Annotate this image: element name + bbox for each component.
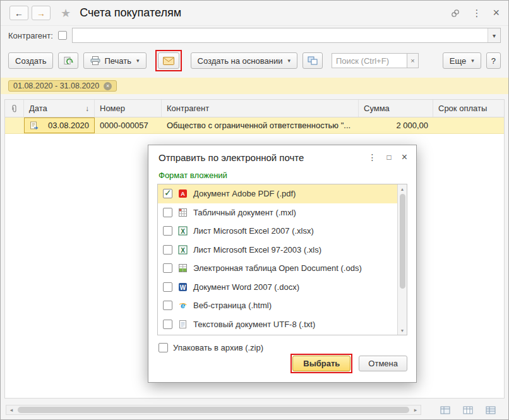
- search-clear-button[interactable]: ×: [407, 53, 419, 68]
- format-label: Табличный документ (.mxl): [193, 208, 296, 217]
- back-button[interactable]: ←: [9, 6, 28, 20]
- select-button[interactable]: Выбрать: [292, 356, 350, 371]
- scroll-up-button[interactable]: ▴: [398, 184, 407, 193]
- format-checkbox[interactable]: [163, 263, 172, 273]
- favorite-star-icon[interactable]: ★: [61, 6, 71, 20]
- column-header-attachments[interactable]: [5, 100, 24, 117]
- cancel-button[interactable]: Отмена: [359, 356, 407, 371]
- horizontal-scrollbar[interactable]: ◂ ▸: [6, 405, 421, 415]
- format-option-html[interactable]: e Веб-страница (.html): [158, 296, 397, 315]
- row-counterparty-cell[interactable]: Общество с ограниченной ответственностью…: [162, 117, 359, 133]
- send-email-button[interactable]: [158, 52, 179, 69]
- footer-table-button-2[interactable]: [460, 404, 476, 416]
- cancel-button-label: Отмена: [368, 359, 398, 368]
- dialog-menu-button[interactable]: ⋮: [368, 152, 376, 162]
- dialog-buttons: Выбрать Отмена: [290, 354, 407, 373]
- window-close-button[interactable]: ×: [493, 6, 500, 20]
- format-checkbox[interactable]: [163, 245, 172, 255]
- scroll-left-button[interactable]: ◂: [6, 405, 16, 414]
- format-checkbox[interactable]: [163, 208, 172, 217]
- counterparty-combobox[interactable]: ▾: [72, 28, 501, 43]
- footer-table-button-3[interactable]: [483, 404, 498, 416]
- format-option-pdf[interactable]: A Документ Adobe PDF (.pdf): [158, 184, 397, 203]
- more-button[interactable]: Еще ▾: [443, 52, 481, 69]
- excel-file-icon: X: [178, 226, 188, 236]
- column-header-due-date[interactable]: Срок оплаты: [433, 100, 504, 117]
- scroll-down-button[interactable]: ▾: [398, 326, 407, 335]
- chevron-down-icon: ▾: [471, 57, 474, 64]
- excel-file-icon: X: [178, 245, 188, 255]
- format-checkbox[interactable]: [163, 282, 172, 292]
- dialog-title: Отправить по электронной почте: [159, 152, 304, 163]
- zip-option-row[interactable]: Упаковать в архив (.zip): [159, 343, 406, 352]
- print-button[interactable]: Печать ▾: [83, 52, 146, 69]
- row-date-value: 03.08.2020: [48, 121, 89, 130]
- scroll-right-button[interactable]: ▸: [410, 405, 421, 414]
- row-amount-cell[interactable]: 2 000,00: [359, 117, 433, 133]
- horizontal-scrollbar-thumb[interactable]: [18, 407, 409, 413]
- document-status-icon: [30, 121, 39, 129]
- forward-button[interactable]: →: [32, 6, 51, 20]
- counterparty-filter-checkbox[interactable]: [58, 31, 67, 40]
- column-header-date[interactable]: Дата ↓: [24, 100, 95, 117]
- svg-text:X: X: [181, 228, 185, 235]
- footer-table-button-1[interactable]: [438, 404, 453, 416]
- dialog-maximize-button[interactable]: □: [386, 153, 391, 162]
- format-label: Лист Microsoft Excel 97-2003 (.xls): [193, 245, 321, 255]
- related-documents-icon: [308, 56, 318, 65]
- help-button[interactable]: ?: [486, 52, 501, 69]
- period-filter-tag[interactable]: 01.08.2020 - 31.08.2020 ×: [8, 80, 117, 92]
- related-documents-button[interactable]: [302, 52, 323, 69]
- annotation-highlight-send-email: [155, 50, 182, 71]
- web-page-icon: e: [178, 301, 188, 310]
- column-header-amount-label: Сумма: [364, 104, 390, 113]
- format-option-txt[interactable]: Текстовый документ UTF-8 (.txt): [158, 315, 397, 334]
- format-option-mxl[interactable]: Табличный документ (.mxl): [158, 203, 397, 222]
- search-input[interactable]: [332, 53, 407, 68]
- svg-text:X: X: [181, 246, 185, 253]
- create-button[interactable]: Создать: [8, 52, 53, 69]
- table-row[interactable]: 03.08.2020 0000-000057 Общество с ограни…: [5, 117, 504, 134]
- column-header-counterparty[interactable]: Контрагент: [162, 100, 359, 117]
- create-based-on-button[interactable]: Создать на основании ▾: [191, 52, 297, 69]
- back-arrow-icon: ←: [15, 8, 23, 18]
- title-bar: ← → ★ Счета покупателям ⋮ ×: [1, 1, 508, 26]
- zip-checkbox[interactable]: [159, 343, 168, 352]
- format-label: Лист Microsoft Excel 2007 (.xlsx): [193, 226, 314, 236]
- print-button-label: Печать: [104, 56, 131, 66]
- column-header-number[interactable]: Номер: [95, 100, 162, 117]
- sort-descending-icon: ↓: [85, 104, 89, 113]
- format-checkbox[interactable]: [163, 226, 172, 236]
- format-list-scrollbar[interactable]: ▴ ▾: [397, 184, 407, 335]
- format-option-xlsx[interactable]: X Лист Microsoft Excel 2007 (.xlsx): [158, 222, 397, 241]
- maximize-icon: □: [386, 153, 391, 162]
- paperclip-icon: [10, 104, 18, 113]
- chevron-down-icon: ▾: [493, 32, 496, 39]
- counterparty-dropdown-button[interactable]: ▾: [488, 28, 500, 42]
- format-checkbox[interactable]: [163, 320, 172, 329]
- format-checkbox[interactable]: [163, 189, 172, 198]
- copy-document-button[interactable]: [58, 52, 78, 69]
- column-header-amount[interactable]: Сумма: [359, 100, 433, 117]
- format-option-ods[interactable]: Электронная таблица Open Document (.ods): [158, 259, 397, 278]
- table-header-row: Дата ↓ Номер Контрагент Сумма Срок оплат…: [5, 100, 504, 117]
- create-button-label: Создать: [15, 56, 46, 66]
- format-label: Документ Adobe PDF (.pdf): [193, 189, 296, 198]
- dialog-title-bar: Отправить по электронной почте ⋮ □ ×: [148, 145, 416, 165]
- send-email-dialog: Отправить по электронной почте ⋮ □ × Фор…: [148, 145, 417, 383]
- printer-icon: [90, 56, 100, 65]
- format-option-xls[interactable]: X Лист Microsoft Excel 97-2003 (.xls): [158, 241, 397, 260]
- counterparty-input[interactable]: [73, 28, 488, 42]
- format-checkbox[interactable]: [163, 301, 172, 310]
- scrollbar-thumb[interactable]: [400, 194, 405, 289]
- format-option-docx[interactable]: W Документ Word 2007 (.docx): [158, 278, 397, 297]
- row-counterparty-value: Общество с ограниченной ответственностью…: [167, 121, 350, 130]
- row-due-date-cell[interactable]: [433, 117, 504, 133]
- row-date-cell[interactable]: 03.08.2020: [24, 117, 95, 133]
- get-link-button[interactable]: [450, 8, 460, 18]
- format-label: Электронная таблица Open Document (.ods): [193, 263, 362, 273]
- dialog-close-button[interactable]: ×: [402, 152, 407, 163]
- row-number-cell[interactable]: 0000-000057: [95, 117, 162, 133]
- remove-filter-icon[interactable]: ×: [104, 82, 112, 90]
- window-menu-button[interactable]: ⋮: [472, 8, 481, 19]
